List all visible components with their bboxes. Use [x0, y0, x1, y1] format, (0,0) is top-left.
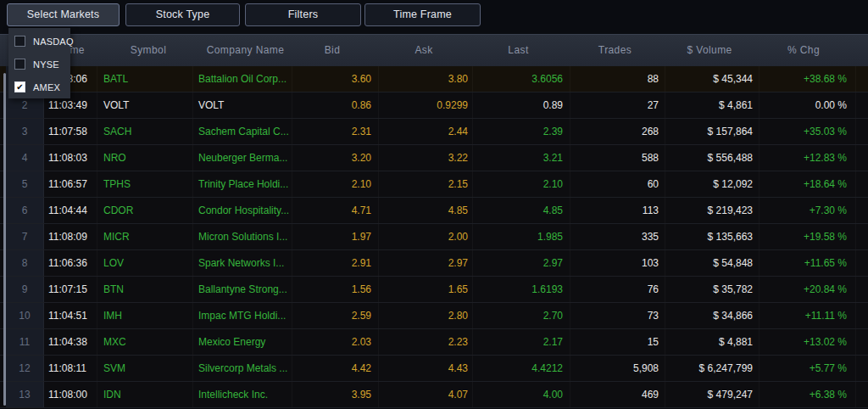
cell-dollar-volume: $ 45,344 [665, 66, 760, 92]
stock-type-button[interactable]: Stock Type [125, 3, 240, 26]
cell-pct-chg: +20.84 % [760, 277, 856, 302]
table-header: Time Symbol Company Name Bid Ask Last Tr… [0, 34, 868, 66]
cell-dollar-volume: $ 54,848 [665, 250, 760, 276]
cell-pct-chg: +19.58 % [760, 224, 856, 249]
cell-company-name: Silvercorp Metals ... [193, 356, 292, 381]
cell-trades: 76 [570, 277, 665, 302]
table-row[interactable]: 1111:04:38MXCMexico Energy2.032.232.1715… [0, 329, 868, 356]
table-row[interactable]: 311:07:58SACHSachem Capital C...2.312.44… [0, 119, 868, 145]
cell-trades: 73 [570, 303, 665, 328]
table-row[interactable]: 111:08:06BATLBattalion Oil Corp...3.603.… [0, 66, 868, 92]
cell-dollar-volume: $ 479,247 [665, 382, 760, 407]
cell-last: 2.97 [473, 250, 570, 276]
cell-symbol: TPHS [97, 171, 193, 197]
cell-bid: 4.71 [292, 198, 379, 223]
cell-company-name: VOLT [193, 92, 292, 118]
market-option-amex[interactable]: ✔AMEX [8, 76, 70, 98]
cell-symbol: SACH [97, 119, 193, 144]
cell-ask: 2.44 [379, 119, 473, 144]
cell-pct-chg: +35.03 % [760, 119, 856, 144]
cell-ask: 2.80 [379, 303, 473, 328]
cell-bid: 3.20 [292, 145, 379, 171]
cell-symbol: BATL [97, 66, 193, 92]
cell-ask: 1.65 [379, 277, 473, 302]
time-frame-button[interactable]: Time Frame [364, 3, 481, 26]
cell-bid: 1.56 [292, 277, 379, 302]
table-row[interactable]: 711:08:09MICRMicron Solutions I...1.972.… [0, 224, 868, 250]
cell-bid: 2.03 [292, 329, 379, 355]
cell-ask: 3.80 [379, 66, 473, 92]
table-row[interactable]: 611:04:44CDORCondor Hospitality...4.714.… [0, 198, 868, 224]
column-header-bid[interactable]: Bid [292, 35, 379, 66]
cell-last: 2.17 [473, 329, 570, 355]
cell-trades: 5,908 [570, 356, 665, 381]
column-header-trades[interactable]: Trades [570, 35, 665, 66]
cell-symbol: IMH [97, 303, 193, 328]
column-header-company[interactable]: Company Name [193, 35, 292, 66]
row-number-cell: 7 [6, 224, 44, 249]
cell-ask: 2.97 [379, 250, 473, 276]
cell-dollar-volume: $ 34,866 [665, 303, 760, 328]
cell-time: 11:04:38 [44, 329, 97, 355]
column-header-pct-chg[interactable]: % Chg [760, 35, 856, 66]
cell-ask: 3.22 [379, 145, 473, 171]
filters-button[interactable]: Filters [245, 3, 361, 26]
column-header-ask[interactable]: Ask [379, 35, 473, 66]
table-row[interactable]: 211:03:49VOLTVOLT0.860.92990.8927$ 4,861… [0, 92, 868, 119]
cell-time: 11:06:57 [44, 171, 97, 197]
market-option-label: NASDAQ [33, 36, 74, 47]
cell-company-name: Impac MTG Holdi... [193, 303, 292, 328]
row-number-cell: 11 [6, 329, 44, 355]
cell-last: 4.85 [473, 198, 570, 223]
cell-dollar-volume: $ 219,423 [665, 198, 760, 223]
toolbar: Select Markets Stock Type Filters Time F… [0, 0, 868, 34]
table-row[interactable]: 1011:04:51IMHImpac MTG Holdi...2.592.802… [0, 303, 868, 329]
vertical-scrollbar[interactable] [3, 73, 6, 406]
table-row[interactable]: 1311:08:00IDNIntellicheck Inc.3.954.074.… [0, 382, 868, 408]
column-header-last[interactable]: Last [473, 35, 570, 66]
cell-time: 11:04:44 [44, 198, 97, 223]
row-number-cell: 12 [6, 356, 44, 381]
checkbox-unchecked-icon[interactable] [14, 59, 25, 70]
cell-symbol: LOV [97, 250, 193, 276]
column-header-volume[interactable]: $ Volume [665, 35, 760, 66]
cell-symbol: NRO [97, 145, 193, 171]
cell-company-name: Neuberger Berma... [193, 145, 292, 171]
cell-pct-chg: +6.38 % [760, 382, 856, 407]
market-option-nyse[interactable]: NYSE [8, 53, 70, 76]
column-header-symbol[interactable]: Symbol [97, 35, 193, 66]
checkbox-unchecked-icon[interactable] [14, 36, 25, 47]
cell-company-name: Mexico Energy [193, 329, 292, 355]
table-row[interactable]: 911:07:15BTNBallantyne Strong...1.561.65… [0, 277, 868, 303]
cell-last: 4.4212 [473, 356, 570, 381]
cell-company-name: Sachem Capital C... [193, 119, 292, 144]
table-row[interactable]: 811:06:36LOVSpark Networks I...2.912.972… [0, 250, 868, 277]
cell-last: 2.70 [473, 303, 570, 328]
cell-trades: 588 [570, 145, 665, 171]
cell-trades: 88 [570, 66, 665, 92]
table-row[interactable]: 411:08:03NRONeuberger Berma...3.203.223.… [0, 145, 868, 171]
row-number-cell: 10 [6, 303, 44, 328]
cell-pct-chg: +18.64 % [760, 171, 856, 197]
cell-bid: 4.42 [292, 356, 379, 381]
cell-trades: 469 [570, 382, 665, 407]
cell-dollar-volume: $ 4,861 [665, 92, 760, 118]
table-row[interactable]: 511:06:57TPHSTrinity Place Holdi...2.102… [0, 171, 868, 198]
cell-last: 1.985 [473, 224, 570, 249]
table-row[interactable]: 1211:08:11SVMSilvercorp Metals ...4.424.… [0, 356, 868, 382]
cell-ask: 2.23 [379, 329, 473, 355]
select-markets-button[interactable]: Select Markets [7, 3, 120, 26]
cell-time: 11:08:03 [44, 145, 97, 171]
cell-trades: 60 [570, 171, 665, 197]
checkbox-checked-icon[interactable]: ✔ [14, 81, 25, 92]
row-number-cell: 3 [6, 119, 44, 144]
cell-time: 11:04:51 [44, 303, 97, 328]
cell-pct-chg: +12.83 % [760, 145, 856, 171]
cell-company-name: Condor Hospitality... [193, 198, 292, 223]
cell-dollar-volume: $ 556,488 [665, 145, 760, 171]
cell-bid: 2.91 [292, 250, 379, 276]
market-option-nasdaq[interactable]: NASDAQ [8, 30, 70, 53]
cell-time: 11:08:09 [44, 224, 97, 249]
cell-time: 11:08:00 [44, 382, 97, 407]
cell-last: 3.21 [473, 145, 570, 171]
